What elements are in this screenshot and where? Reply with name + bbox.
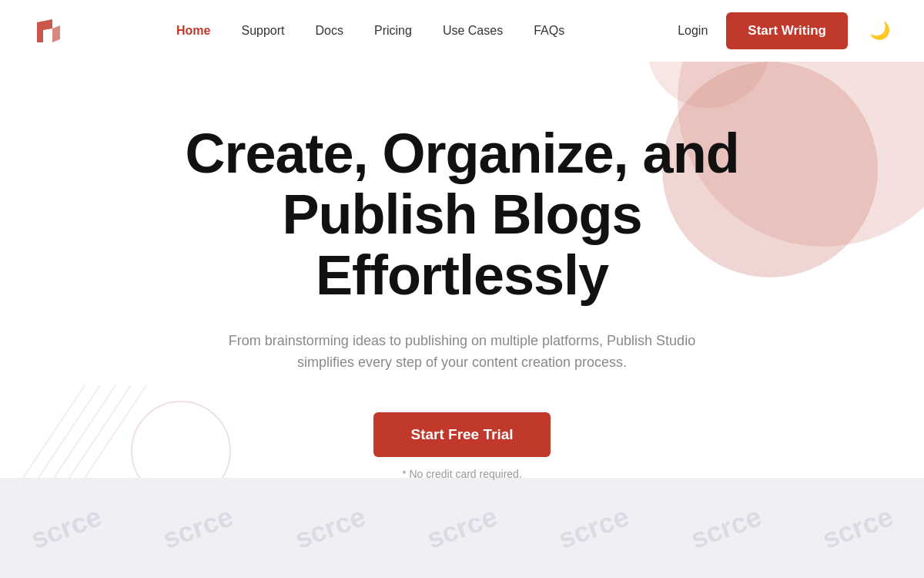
nav-item-faqs[interactable]: FAQs — [534, 24, 564, 38]
svg-marker-5 — [37, 19, 52, 42]
nav-right: Login Start Writing 🌙 — [678, 12, 893, 49]
navbar: Home Support Docs Pricing Use Cases FAQs… — [0, 0, 924, 62]
nav-links: Home Support Docs Pricing Use Cases FAQs — [176, 24, 564, 38]
dark-mode-toggle[interactable]: 🌙 — [866, 18, 893, 44]
nav-item-docs[interactable]: Docs — [316, 24, 343, 38]
start-writing-button[interactable]: Start Writing — [726, 12, 848, 49]
no-credit-card-note: * No credit card required. — [402, 468, 522, 480]
nav-link-support[interactable]: Support — [241, 24, 284, 37]
logo-icon — [31, 15, 63, 47]
logo[interactable] — [31, 15, 63, 47]
nav-link-docs[interactable]: Docs — [316, 24, 343, 37]
hero-title: Create, Organize, and Publish Blogs Effo… — [154, 123, 770, 307]
svg-marker-6 — [52, 25, 60, 42]
moon-icon: 🌙 — [869, 21, 890, 40]
nav-item-pricing[interactable]: Pricing — [374, 24, 412, 38]
nav-link-pricing[interactable]: Pricing — [374, 24, 412, 37]
nav-link-use-cases[interactable]: Use Cases — [443, 24, 503, 37]
login-link[interactable]: Login — [678, 24, 708, 38]
hero-section: Create, Organize, and Publish Blogs Effo… — [0, 62, 924, 480]
hero-title-line2: Publish Blogs Effortlessly — [282, 183, 641, 306]
hero-subtitle: From brainstorming ideas to publishing o… — [200, 330, 724, 375]
hero-title-line1: Create, Organize, and — [185, 123, 738, 184]
start-free-trial-button[interactable]: Start Free Trial — [373, 412, 550, 457]
nav-item-use-cases[interactable]: Use Cases — [443, 24, 503, 38]
nav-link-faqs[interactable]: FAQs — [534, 24, 564, 37]
nav-link-home[interactable]: Home — [176, 24, 210, 37]
nav-item-home[interactable]: Home — [176, 24, 210, 38]
gray-bottom-section — [0, 478, 924, 578]
nav-item-support[interactable]: Support — [241, 24, 284, 38]
